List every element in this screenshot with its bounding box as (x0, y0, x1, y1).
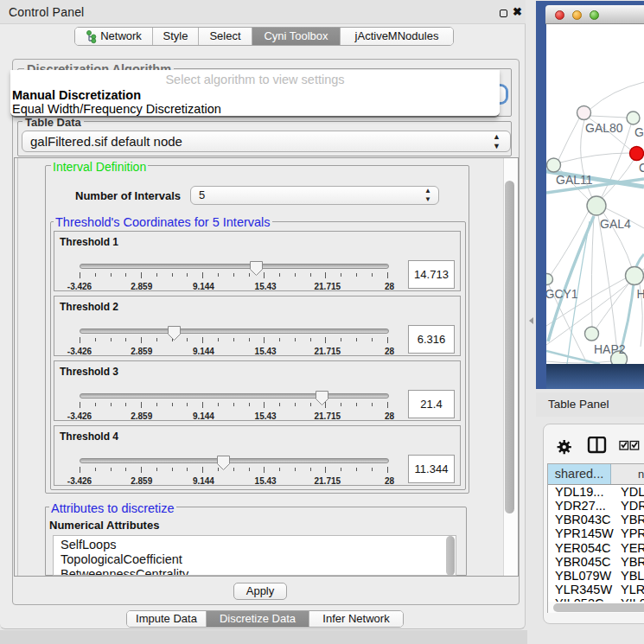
svg-text:HAP2: HAP2 (594, 342, 626, 356)
svg-text:GAL80: GAL80 (585, 121, 623, 135)
svg-text:GAL11: GAL11 (556, 173, 593, 187)
svg-text:GAL4: GAL4 (600, 217, 631, 231)
svg-text:C: C (639, 161, 644, 175)
svg-text:GA: GA (634, 125, 644, 139)
svg-text:GCY1: GCY1 (546, 287, 578, 301)
svg-text:H: H (637, 287, 644, 301)
